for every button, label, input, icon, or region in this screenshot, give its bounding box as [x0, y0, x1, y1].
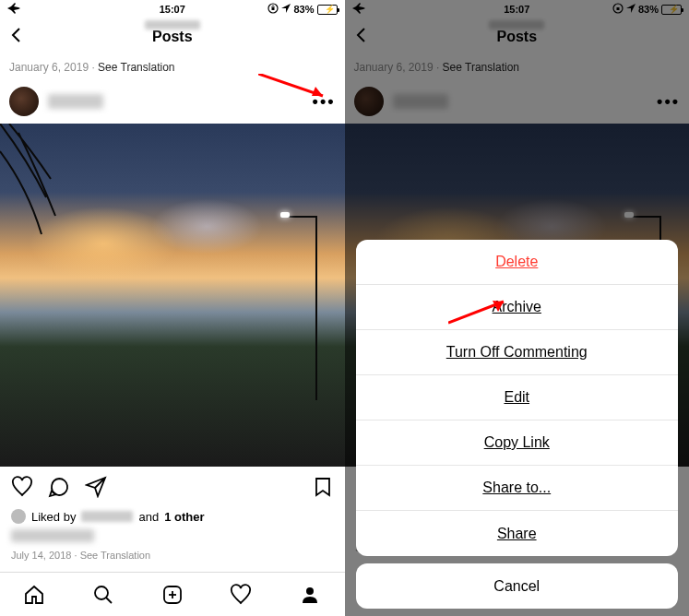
action-sheet-item-archive[interactable]: Archive: [356, 285, 679, 330]
action-sheet-cancel[interactable]: Cancel: [356, 563, 679, 609]
tab-bar: [0, 572, 345, 616]
post-header: •••: [0, 79, 345, 124]
avatar[interactable]: [9, 87, 39, 116]
liker-avatar: [11, 509, 26, 524]
nav-title: Posts: [152, 29, 193, 45]
post-meta-top: January 6, 2019 · See Translation: [0, 55, 345, 79]
see-translation-link[interactable]: See Translation: [80, 550, 150, 561]
post-photo[interactable]: [0, 124, 345, 467]
post-header: •••: [345, 79, 690, 124]
share-button[interactable]: [85, 476, 107, 498]
status-time: 15:07: [160, 4, 185, 15]
username-blur[interactable]: [48, 94, 103, 109]
svg-point-4: [95, 586, 108, 599]
orientation-lock-icon: [612, 3, 624, 16]
location-icon: [281, 4, 291, 15]
see-translation-link[interactable]: See Translation: [98, 61, 174, 74]
search-tab[interactable]: [92, 584, 114, 606]
likes-row[interactable]: Liked by and 1 other: [0, 507, 345, 526]
nav-subtitle-blur: [489, 20, 544, 30]
back-button[interactable]: [352, 26, 371, 48]
back-button[interactable]: [7, 26, 26, 48]
action-sheet-item-share-to-[interactable]: Share to...: [356, 466, 679, 511]
nav-title: Posts: [496, 29, 537, 45]
screen-action-sheet: 15:07 83% ⚡ Posts January 6, 2019 · See …: [345, 0, 690, 616]
status-bar: 15:07 83% ⚡: [0, 0, 345, 18]
post-date: January 6, 2019: [9, 61, 89, 74]
profile-tab[interactable]: [299, 584, 321, 606]
post-actions: [0, 467, 345, 507]
svg-rect-11: [616, 7, 619, 10]
location-icon: [626, 4, 636, 15]
post-meta-bottom: July 14, 2018 · See Translation: [0, 546, 345, 568]
post-meta-top: January 6, 2019 · See Translation: [345, 55, 690, 79]
save-button[interactable]: [312, 476, 334, 498]
nav-bar: Posts: [345, 18, 690, 55]
add-post-tab[interactable]: [161, 584, 184, 606]
status-time: 15:07: [504, 4, 529, 15]
airplane-icon: [7, 3, 20, 16]
nav-subtitle-blur: [145, 20, 200, 30]
activity-tab[interactable]: [230, 584, 252, 606]
svg-point-9: [306, 587, 314, 595]
nav-bar: Posts: [0, 18, 345, 55]
screen-posts: 15:07 83% ⚡ Posts January 6,: [0, 0, 345, 616]
status-bar: 15:07 83% ⚡: [345, 0, 690, 18]
svg-line-5: [106, 598, 112, 603]
action-sheet-item-delete[interactable]: Delete: [356, 240, 679, 285]
battery-percent: 83%: [638, 4, 659, 15]
avatar: [354, 87, 384, 116]
like-button[interactable]: [11, 476, 33, 498]
action-sheet-item-edit[interactable]: Edit: [356, 375, 679, 421]
post-options-button[interactable]: •••: [313, 92, 336, 112]
home-tab[interactable]: [23, 584, 45, 606]
battery-icon: ⚡: [317, 5, 338, 15]
post-options-button: •••: [657, 92, 680, 112]
action-sheet: DeleteArchiveTurn Off CommentingEditCopy…: [356, 240, 679, 609]
action-sheet-item-share[interactable]: Share: [356, 511, 679, 556]
comment-button[interactable]: [48, 476, 70, 498]
airplane-icon: [352, 3, 365, 16]
action-sheet-item-turn-off-commenting[interactable]: Turn Off Commenting: [356, 330, 679, 375]
battery-percent: 83%: [293, 4, 314, 15]
action-sheet-item-copy-link[interactable]: Copy Link: [356, 421, 679, 466]
svg-rect-1: [272, 7, 275, 10]
liker-name-blur: [81, 511, 133, 522]
caption-blur: [11, 529, 94, 542]
battery-icon: ⚡: [661, 5, 682, 15]
username-blur: [393, 94, 448, 109]
orientation-lock-icon: [267, 3, 279, 16]
